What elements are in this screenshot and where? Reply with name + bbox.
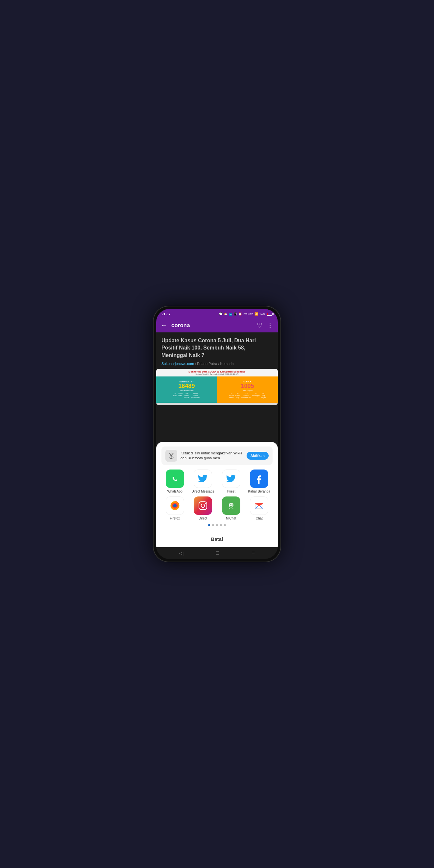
battery-percent: 14% <box>259 312 265 316</box>
dot-3[interactable] <box>216 524 218 526</box>
article-content: Update Kasus Corona 5 Juli, Dua Hari Pos… <box>156 332 278 369</box>
back-button[interactable]: ← <box>161 321 167 329</box>
article-source[interactable]: Sukoharjonews.com <box>161 362 194 366</box>
dot-4[interactable] <box>220 524 222 526</box>
pagination-dots <box>161 524 273 526</box>
kontak-erat-section: KONTAK ERAT 16489 Total Kontak Erat 101B… <box>156 376 217 403</box>
article-title: Update Kasus Corona 5 Juli, Dua Hari Pos… <box>161 337 273 359</box>
app-item-kabar-beranda[interactable]: Kabar Beranda <box>246 469 273 493</box>
nearby-icon <box>165 450 177 462</box>
app-item-direct-message[interactable]: Direct Message <box>190 469 217 493</box>
direct-icon <box>194 496 212 515</box>
battery-fill <box>267 313 268 315</box>
status-time: 21.37 <box>161 312 170 316</box>
suspek-number: 1005 <box>241 383 254 390</box>
divider <box>161 530 273 530</box>
signal-icon: 📶 <box>254 312 258 316</box>
app-item-michat[interactable]: MiChat <box>218 496 245 520</box>
suspek-stat-1: 15IsolasiMandiri <box>229 393 234 399</box>
direct-message-icon <box>194 469 212 488</box>
vibrate-icon: 📳 <box>234 312 237 316</box>
alarm-icon: ⏰ <box>238 312 242 316</box>
kabar-beranda-label: Kabar Beranda <box>248 490 270 493</box>
app-item-firefox[interactable]: Firefox <box>161 496 188 520</box>
dot-5[interactable] <box>224 524 226 526</box>
whatsapp-label: WhatsApp <box>167 490 183 493</box>
suspek-stat-2: 183RawatInap <box>236 393 240 399</box>
app-item-whatsapp[interactable]: WhatsApp <box>161 469 188 493</box>
nav-bar: ◁ □ ≡ <box>156 547 278 559</box>
suspek-stats: 15IsolasiMandiri 183RawatInap 779Selesai… <box>229 393 266 399</box>
phone-frame: 21.37 💬 ⛅ in 📳 ⏰ 268 KB/S 📶 14% ← corona… <box>153 306 281 562</box>
messenger-icon: 💬 <box>219 312 223 316</box>
dot-2[interactable] <box>212 524 214 526</box>
chart-subtitle: Update Terakhir Tanggal : 05 Juli 2021 (… <box>157 373 277 375</box>
tweet-label: Tweet <box>226 490 236 493</box>
app-bar-actions: ♡ ⋮ <box>257 321 273 329</box>
kontak-stat-2: 16389Lama <box>178 393 183 399</box>
kontak-erat-sublabel: Total Kontak Erat <box>180 390 194 392</box>
kontak-stat-1: 101Baru <box>173 393 177 399</box>
nav-menu-button[interactable]: ≡ <box>252 550 255 556</box>
share-sheet: Ketuk di sini untuk mengaktifkan Wi-Fi d… <box>156 442 278 547</box>
content-area: Ketuk di sini untuk mengaktifkan Wi-Fi d… <box>156 405 278 547</box>
cloud-icon: ⛅ <box>224 312 227 316</box>
chat-icon <box>250 496 268 515</box>
suspek-stat-5: 770SiapNegatif <box>261 393 266 399</box>
suspek-stat-3: 779SelesaiPemantauan <box>241 393 251 399</box>
suspek-sublabel: Total Suspek <box>242 390 253 392</box>
nearby-text: Ketuk di sini untuk mengaktifkan Wi-Fi d… <box>181 451 243 461</box>
kabar-beranda-icon <box>250 469 268 488</box>
nav-back-button[interactable]: ◁ <box>179 550 183 556</box>
kontak-stat-3: 1980IsolasiMandiri <box>184 393 189 399</box>
aktifkan-button[interactable]: Aktifkan <box>247 452 269 460</box>
app-bar-title: corona <box>171 322 253 329</box>
direct-label: Direct <box>198 517 207 520</box>
michat-label: MiChat <box>226 517 237 520</box>
firefox-label: Firefox <box>169 517 180 520</box>
chart-body: KONTAK ERAT 16489 Total Kontak Erat 101B… <box>156 376 278 403</box>
app-item-tweet[interactable]: Tweet <box>218 469 245 493</box>
app-item-chat[interactable]: Chat <box>246 496 273 520</box>
chat-label: Chat <box>256 517 263 520</box>
speed-label: 268 KB/S <box>243 313 253 315</box>
tweet-icon <box>222 469 240 488</box>
nav-home-button[interactable]: □ <box>216 550 219 556</box>
linkedin-icon: in <box>229 313 232 316</box>
kontak-stat-4: 14509SelesaiPemantauan <box>191 393 200 399</box>
app-item-direct[interactable]: Direct <box>190 496 217 520</box>
cancel-button[interactable]: Batal <box>161 534 273 544</box>
svg-point-0 <box>170 455 172 457</box>
kontak-erat-stats: 101Baru 16389Lama 1980IsolasiMandiri 145… <box>173 393 200 399</box>
article-meta: Sukoharjonews.com / Erlano Putra / Kemar… <box>161 362 273 366</box>
nearby-promo: Ketuk di sini untuk mengaktifkan Wi-Fi d… <box>161 446 273 465</box>
article-date: Kemarin <box>220 362 234 366</box>
whatsapp-icon <box>166 469 184 488</box>
michat-icon <box>222 496 240 515</box>
article-author: Erlano Putra <box>197 362 217 366</box>
svg-point-7 <box>205 503 206 504</box>
svg-point-6 <box>201 504 205 508</box>
phone-screen: 21.37 💬 ⛅ in 📳 ⏰ 268 KB/S 📶 14% ← corona… <box>156 309 278 559</box>
chart-title: Monitoring Data COVID-19 Kabupaten Sukoh… <box>157 370 277 373</box>
dot-1[interactable] <box>208 524 210 526</box>
battery-icon <box>267 313 273 316</box>
firefox-icon <box>166 496 184 515</box>
chart-header: Monitoring Data COVID-19 Kabupaten Sukoh… <box>156 369 278 376</box>
app-bar: ← corona ♡ ⋮ <box>156 318 278 332</box>
status-icons: 💬 ⛅ in 📳 ⏰ 268 KB/S 📶 14% <box>219 312 273 316</box>
more-options-button[interactable]: ⋮ <box>267 321 273 329</box>
app-grid: WhatsApp Direct Message <box>161 469 273 520</box>
kontak-erat-number: 16489 <box>178 383 195 390</box>
covid-chart: Monitoring Data COVID-19 Kabupaten Sukoh… <box>156 369 278 405</box>
svg-point-4 <box>173 504 177 508</box>
suspek-stat-4: 27Meninggal <box>252 393 260 399</box>
status-bar: 21.37 💬 ⛅ in 📳 ⏰ 268 KB/S 📶 14% <box>156 309 278 318</box>
favorite-button[interactable]: ♡ <box>257 321 262 329</box>
suspek-section: SUSPEK 1005 Total Suspek 15IsolasiMandir… <box>217 376 278 403</box>
direct-message-label: Direct Message <box>192 490 214 493</box>
